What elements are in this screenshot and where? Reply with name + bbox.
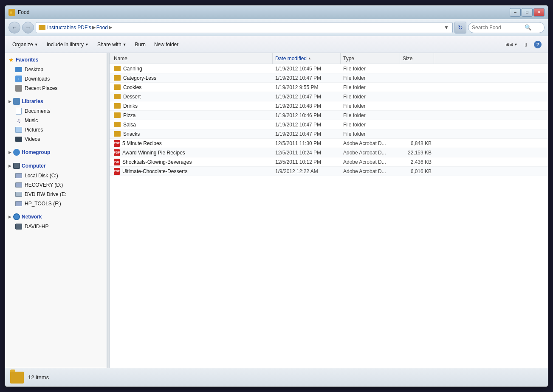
file-date-cell: 12/5/2011 10:24 PM [273, 150, 341, 156]
pane-toggle-button[interactable]: ▯ [522, 39, 530, 50]
sidebar-item-pictures[interactable]: Pictures [5, 125, 107, 134]
col-header-type[interactable]: Type [341, 53, 400, 64]
table-row[interactable]: Dessert1/19/2012 10:47 PMFile folder [110, 92, 548, 101]
file-name: Award Winning Pie Recipes [122, 150, 185, 156]
table-row[interactable]: Cookies1/19/2012 9:55 PMFile folder [110, 83, 548, 92]
downloads-label: Downloads [25, 76, 50, 82]
path-dropdown-arrow[interactable]: ▼ [443, 24, 450, 31]
folder-icon [114, 75, 121, 81]
close-button[interactable]: ✕ [533, 8, 545, 17]
burn-label: Burn [135, 42, 146, 48]
col-header-date[interactable]: Date modified ▲ [273, 53, 341, 64]
help-button[interactable]: ? [531, 39, 545, 50]
recent-label: Recent Places [25, 85, 57, 91]
refresh-button[interactable]: ↻ [454, 22, 466, 34]
status-folder-icon [10, 372, 24, 384]
window-title: Food [18, 9, 29, 15]
folder-icon [114, 122, 121, 127]
search-icon[interactable]: 🔍 [525, 24, 531, 31]
network-icon [13, 213, 20, 220]
organize-button[interactable]: Organize ▼ [8, 39, 42, 50]
file-name: Pizza [123, 112, 135, 118]
file-name-cell: PDFAward Winning Pie Recipes [111, 149, 273, 156]
file-type-cell: File folder [341, 94, 400, 100]
forward-button[interactable]: → [22, 22, 34, 34]
table-row[interactable]: Salsa1/19/2012 10:47 PMFile folder [110, 120, 548, 129]
homegroup-header[interactable]: ▶ Homegroup [5, 147, 107, 157]
documents-label: Documents [25, 108, 51, 114]
file-name-cell: Category-Less [111, 75, 273, 81]
address-path[interactable]: Instructables PDF's ▶ Food ▶ ▼ [36, 22, 453, 33]
organize-dropdown-icon: ▼ [34, 42, 38, 47]
david-icon [15, 223, 22, 230]
main-content: ★ Favorites Desktop ↓ Downloads [5, 53, 548, 368]
table-row[interactable]: Category-Less1/19/2012 10:47 PMFile fold… [110, 73, 548, 83]
table-row[interactable]: Drinks1/19/2012 10:48 PMFile folder [110, 101, 548, 111]
pdf-icon: PDF [114, 140, 120, 147]
file-date-cell: 1/19/2012 10:47 PM [273, 122, 341, 128]
hp-tools-label: HP_TOOLS (F:) [25, 201, 61, 207]
homegroup-chevron: ▶ [8, 150, 11, 154]
sidebar-item-david[interactable]: DAVID-HP [5, 222, 107, 231]
file-name: Drinks [123, 103, 138, 109]
title-bar: Food – □ ✕ [5, 6, 548, 19]
table-row[interactable]: PDFAward Winning Pie Recipes12/5/2011 10… [110, 148, 548, 157]
libraries-chevron: ▶ [8, 99, 11, 104]
sidebar-item-dvd[interactable]: DVD RW Drive (E: [5, 190, 107, 199]
view-options: ⊞⊞ ▼ ▯ ? [502, 39, 545, 50]
sidebar-item-hp-tools[interactable]: HP_TOOLS (F:) [5, 199, 107, 208]
minimize-button[interactable]: – [510, 8, 521, 17]
file-name-cell: Pizza [111, 112, 273, 118]
network-header[interactable]: ▶ Network [5, 212, 107, 222]
path-root[interactable]: Instructables PDF's [47, 25, 91, 31]
share-with-button[interactable]: Share with ▼ [93, 39, 130, 50]
view-dropdown-icon: ▼ [514, 42, 518, 47]
desktop-label: Desktop [25, 67, 43, 73]
folder-icon [114, 131, 121, 137]
sidebar-item-documents[interactable]: Documents [5, 106, 107, 116]
computer-header[interactable]: ▶ Computer [5, 161, 107, 171]
address-bar: ← → Instructables PDF's ▶ Food ▶ ▼ ↻ 🔍 [5, 19, 548, 36]
search-input[interactable] [472, 25, 523, 31]
music-label: Music [25, 118, 38, 123]
file-name: Canning [123, 66, 142, 72]
favorites-header[interactable]: ★ Favorites [5, 55, 107, 65]
column-headers: Name Date modified ▲ Type Size [110, 53, 548, 64]
include-label: Include in library [47, 42, 84, 48]
explorer-window: Food – □ ✕ ← → Instructables PDF's ▶ Foo… [5, 5, 548, 387]
table-row[interactable]: PDF5 Minute Recipes12/5/2011 11:30 PMAdo… [110, 139, 548, 148]
back-button[interactable]: ← [8, 22, 20, 34]
sidebar-item-downloads[interactable]: ↓ Downloads [5, 74, 107, 84]
file-name-cell: Cookies [111, 84, 273, 90]
help-icon: ? [534, 41, 542, 48]
path-folder[interactable]: Food [96, 25, 108, 31]
sidebar-item-recent[interactable]: Recent Places [5, 84, 107, 93]
maximize-button[interactable]: □ [522, 8, 533, 17]
sidebar-item-local-disk[interactable]: Local Disk (C:) [5, 171, 107, 180]
col-header-name[interactable]: Name [111, 53, 273, 64]
burn-button[interactable]: Burn [131, 39, 150, 50]
new-folder-button[interactable]: New folder [150, 39, 182, 50]
view-mode-button[interactable]: ⊞⊞ ▼ [502, 39, 521, 50]
pane-icon: ▯ [525, 42, 527, 47]
file-type-cell: Adobe Acrobat D... [341, 168, 400, 174]
pictures-label: Pictures [25, 127, 43, 133]
table-row[interactable]: PDFShocktails-Glowing-Beverages12/5/2011… [110, 157, 548, 167]
table-row[interactable]: Pizza1/19/2012 10:46 PMFile folder [110, 111, 548, 120]
sidebar-item-recovery[interactable]: RECOVERY (D:) [5, 180, 107, 190]
libraries-label: Libraries [22, 98, 43, 104]
table-row[interactable]: Canning1/19/2012 10:45 PMFile folder [110, 64, 548, 73]
homegroup-label: Homegroup [22, 149, 50, 155]
libraries-header[interactable]: ▶ Libraries [5, 96, 107, 106]
file-type-cell: File folder [341, 112, 400, 118]
table-row[interactable]: Snacks1/19/2012 10:47 PMFile folder [110, 129, 548, 139]
sidebar-item-desktop[interactable]: Desktop [5, 65, 107, 74]
svg-rect-1 [10, 11, 12, 14]
sidebar-item-music[interactable]: ♫ Music [5, 116, 107, 125]
david-label: DAVID-HP [25, 224, 48, 230]
table-row[interactable]: PDFUltimate-Chocolate-Desserts1/9/2012 1… [110, 167, 548, 176]
sidebar-item-videos[interactable]: Videos [5, 134, 107, 144]
include-library-button[interactable]: Include in library ▼ [43, 39, 93, 50]
path-text: Instructables PDF's ▶ Food ▶ [47, 25, 112, 31]
col-header-size[interactable]: Size [400, 53, 434, 64]
